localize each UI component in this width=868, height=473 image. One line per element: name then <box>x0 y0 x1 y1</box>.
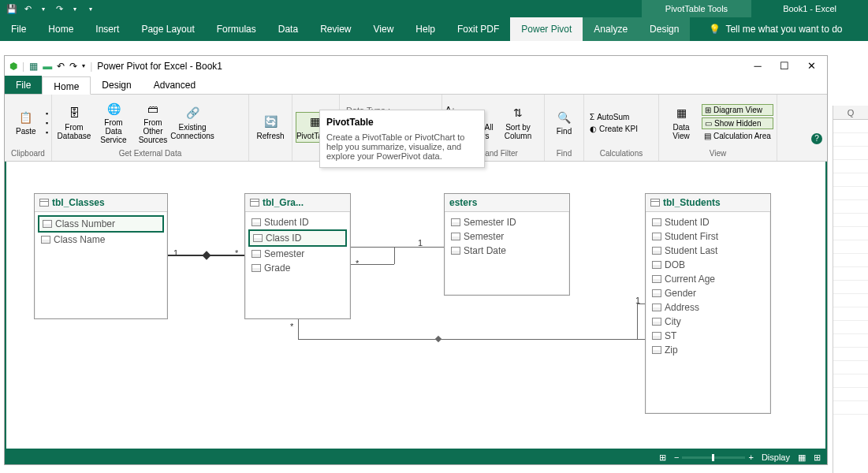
field-gender[interactable]: Gender <box>649 286 767 300</box>
cell[interactable] <box>833 374 868 388</box>
column-header-q[interactable]: Q <box>833 106 868 120</box>
tab-analyze[interactable]: Analyze <box>583 17 639 41</box>
field-st[interactable]: ST <box>649 329 767 343</box>
tab-view[interactable]: View <box>363 17 405 41</box>
autosum-button[interactable]: ΣAutoSum <box>587 112 640 122</box>
zoom-slider[interactable]: − + <box>674 453 754 462</box>
existing-connections-button[interactable]: 🔗Existing Connections <box>173 104 211 142</box>
chevron-down-icon[interactable]: ▾ <box>69 3 80 14</box>
paste-replace-icon[interactable]: ▪ <box>46 119 48 127</box>
paste-append-icon[interactable]: ▪ <box>46 110 48 117</box>
tab-help[interactable]: Help <box>404 17 446 41</box>
field-start-date[interactable]: Start Date <box>448 244 566 258</box>
find-button[interactable]: 🔍Find <box>548 108 580 137</box>
table-header[interactable]: esters <box>445 194 569 212</box>
minimize-button[interactable]: ─ <box>747 60 769 72</box>
cell[interactable] <box>833 281 868 294</box>
cell[interactable] <box>833 348 868 361</box>
save-icon[interactable]: ▬ <box>43 61 52 72</box>
tab-data[interactable]: Data <box>267 17 309 41</box>
field-address[interactable]: Address <box>649 300 767 315</box>
refresh-button[interactable]: 🔄Refresh <box>252 113 289 142</box>
from-database-button[interactable]: 🗄From Database <box>55 104 93 142</box>
table-header[interactable]: tbl_Classes <box>35 194 167 212</box>
field-class-number[interactable]: Class Number <box>38 215 164 233</box>
pp-tab-file[interactable]: File <box>5 76 42 94</box>
field-class-id[interactable]: Class ID <box>248 229 347 247</box>
cell[interactable] <box>833 307 868 321</box>
tab-power-pivot[interactable]: Power Pivot <box>510 17 583 41</box>
from-data-service-button[interactable]: 🌐From Data Service <box>95 99 132 146</box>
create-kpi-button[interactable]: ◐Create KPI <box>587 124 640 134</box>
tab-foxit[interactable]: Foxit PDF <box>446 17 510 41</box>
field-city[interactable]: City <box>649 315 767 329</box>
cell[interactable] <box>833 321 868 334</box>
tab-insert[interactable]: Insert <box>84 17 130 41</box>
field-grade[interactable]: Grade <box>248 261 347 275</box>
save-icon[interactable]: 💾 <box>6 3 17 14</box>
relationship-line[interactable] <box>351 247 394 248</box>
diagram-canvas[interactable]: tbl_Classes Class Number Class Name tbl_… <box>5 162 827 450</box>
table-semesters[interactable]: esters Semester ID Semester Start Date <box>444 193 570 296</box>
customize-icon[interactable]: ▾ <box>85 3 96 14</box>
cell[interactable] <box>833 401 868 415</box>
field-student-last[interactable]: Student Last <box>649 244 767 258</box>
diagram-view-button[interactable]: ⊞Diagram View <box>702 104 773 116</box>
cell[interactable] <box>833 160 868 173</box>
show-hidden-button[interactable]: ▭Show Hidden <box>702 117 773 129</box>
field-student-first[interactable]: Student First <box>649 229 767 244</box>
tab-page-layout[interactable]: Page Layout <box>130 17 205 41</box>
cell[interactable] <box>833 334 868 348</box>
field-semester[interactable]: Semester <box>448 229 566 244</box>
zoom-out-button[interactable]: − <box>674 453 679 462</box>
field-current-age[interactable]: Current Age <box>649 272 767 286</box>
cell[interactable] <box>833 133 868 147</box>
paste-button[interactable]: 📋 Paste <box>8 108 44 137</box>
field-student-id[interactable]: Student ID <box>248 215 347 229</box>
field-zip[interactable]: Zip <box>649 343 767 357</box>
redo-icon[interactable]: ↷ <box>54 3 65 14</box>
cell[interactable] <box>833 294 868 307</box>
chevron-down-icon[interactable]: ▾ <box>38 3 49 14</box>
maximize-button[interactable]: ☐ <box>773 60 795 72</box>
table-gra[interactable]: tbl_Gra... Student ID Class ID Semester … <box>244 193 351 319</box>
close-button[interactable]: ✕ <box>800 60 822 72</box>
tab-file[interactable]: File <box>0 17 37 41</box>
table-header[interactable]: tbl_Gra... <box>245 194 350 212</box>
undo-icon[interactable]: ↶ <box>57 61 65 72</box>
field-semester-id[interactable]: Semester ID <box>448 215 566 229</box>
view-grid-icon[interactable]: ▦ <box>798 453 806 463</box>
pp-tab-advanced[interactable]: Advanced <box>143 76 207 94</box>
calculation-area-button[interactable]: ▤Calculation Area <box>702 131 773 141</box>
cell[interactable] <box>833 173 868 187</box>
undo-icon[interactable]: ↶ <box>22 3 33 14</box>
tell-me-search[interactable]: 💡 Tell me what you want to do <box>698 17 853 41</box>
cell[interactable] <box>833 361 868 374</box>
field-semester[interactable]: Semester <box>248 247 347 261</box>
zoom-in-button[interactable]: + <box>748 453 753 462</box>
cell[interactable] <box>833 267 868 281</box>
tab-review[interactable]: Review <box>309 17 362 41</box>
tab-design[interactable]: Design <box>639 17 690 41</box>
fit-icon[interactable]: ⊞ <box>659 453 666 463</box>
cell[interactable] <box>833 240 868 254</box>
copy-icon[interactable]: ▪ <box>46 128 48 136</box>
from-other-sources-button[interactable]: 🗃From Other Sources <box>134 99 172 146</box>
table-header[interactable]: tbl_Students <box>646 194 770 212</box>
cell[interactable] <box>833 227 868 240</box>
help-icon[interactable]: ? <box>811 133 822 144</box>
pp-tab-design[interactable]: Design <box>91 76 142 94</box>
data-view-button[interactable]: ▦Data View <box>662 104 700 142</box>
table-classes[interactable]: tbl_Classes Class Number Class Name <box>34 193 168 319</box>
tab-formulas[interactable]: Formulas <box>206 17 267 41</box>
field-student-id[interactable]: Student ID <box>649 215 767 229</box>
table-students[interactable]: tbl_Students Student ID Student First St… <box>645 193 771 414</box>
tab-home[interactable]: Home <box>37 17 84 41</box>
sort-by-column-button[interactable]: ⇅Sort by Column <box>499 104 537 142</box>
cell[interactable] <box>833 147 868 160</box>
relationship-line[interactable] <box>298 319 299 339</box>
cell[interactable] <box>833 187 868 200</box>
cell[interactable] <box>833 214 868 227</box>
cell[interactable] <box>833 254 868 267</box>
cell[interactable] <box>833 120 868 133</box>
